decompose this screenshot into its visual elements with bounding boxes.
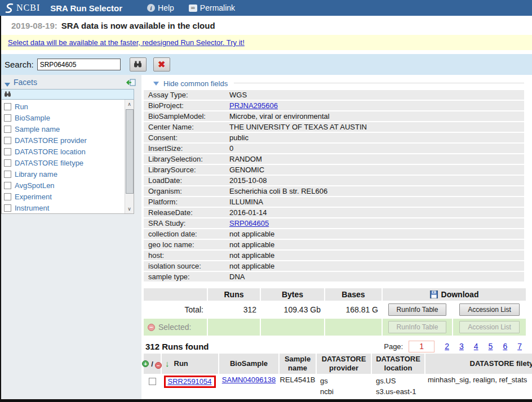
facet-item[interactable]: Experiment — [2, 191, 134, 202]
field-row: SRA Study: SRP064605 — [144, 218, 524, 228]
download-header-label: Download — [441, 290, 479, 299]
plus-circle-icon[interactable]: + — [142, 360, 149, 367]
content-area: Facets — [0, 75, 532, 399]
field-label: Assay Type: — [144, 91, 229, 99]
help-button[interactable]: i Help — [147, 3, 174, 12]
hide-common-fields-toggle[interactable]: Hide common fields — [144, 78, 532, 88]
page-link[interactable]: 6 — [503, 342, 507, 351]
field-row: InsertSize: 0 — [144, 144, 524, 153]
facet-checkbox[interactable] — [4, 159, 11, 167]
facet-item[interactable]: BioSample — [2, 112, 134, 123]
minus-circle-icon[interactable]: − — [155, 362, 162, 369]
page-link[interactable]: 7 — [517, 342, 522, 351]
biosample-link[interactable]: SAMN04096138 — [222, 376, 276, 384]
field-value[interactable]: PRJNA295606 — [229, 101, 278, 110]
facets-collapse-triangle-icon[interactable] — [5, 83, 10, 87]
field-label: Consent: — [144, 133, 229, 142]
help-label: Help — [158, 3, 174, 12]
scrollbar-thumb[interactable] — [126, 109, 134, 194]
link-icon: ∞ — [189, 5, 197, 12]
field-value: THE UNIVERSITY OF TEXAS AT AUSTIN — [229, 123, 367, 131]
collapse-panel-icon[interactable] — [126, 78, 136, 87]
run-checkbox[interactable] — [149, 378, 156, 385]
accession-list-button[interactable]: Accession List — [459, 303, 520, 316]
facet-filter-input[interactable] — [1, 89, 134, 100]
facets-header: Facets — [0, 75, 141, 89]
field-value: not applicable — [229, 230, 274, 238]
try-new-selector-link[interactable]: Select data will be available at the fas… — [8, 38, 245, 47]
search-bar: Search: ✖ — [0, 54, 532, 75]
page-links: 234567 — [435, 341, 522, 351]
facet-item[interactable]: Instrument — [2, 202, 134, 213]
select-slash: / — [151, 361, 153, 367]
search-input[interactable] — [37, 59, 121, 70]
page-link[interactable]: 5 — [489, 342, 493, 351]
hide-common-fields-label: Hide common fields — [163, 79, 231, 88]
permalink-button[interactable]: ∞ Permalink — [189, 3, 235, 12]
scroll-down-icon[interactable]: ∨ — [125, 204, 134, 213]
facet-checkbox[interactable] — [4, 171, 11, 178]
facet-item[interactable]: DATASTORE location — [2, 146, 134, 157]
field-value: Microbe, viral or environmental — [229, 112, 330, 120]
facet-checkbox[interactable] — [4, 204, 11, 212]
facet-checkbox[interactable] — [4, 126, 11, 133]
clear-search-button[interactable]: ✖ — [153, 57, 170, 72]
field-label: LibrarySource: — [144, 166, 229, 174]
facet-checkbox[interactable] — [4, 103, 11, 110]
field-value: WGS — [229, 91, 247, 99]
facet-list: Run BioSample Sample name DATAST — [1, 100, 134, 214]
window-left-edge — [0, 16, 1, 402]
facet-item[interactable]: DATASTORE filetype — [2, 157, 134, 168]
field-label: InsertSize: — [144, 144, 229, 153]
scroll-up-icon[interactable]: ∧ — [125, 100, 134, 109]
field-row: Center Name: THE UNIVERSITY OF TEXAS AT … — [144, 122, 524, 132]
facet-label: DATASTORE provider — [15, 136, 87, 145]
green-down-arrow-icon[interactable]: ↓ — [165, 359, 170, 368]
field-value: DNA — [229, 273, 245, 281]
facet-scrollbar[interactable]: ∧ ∨ — [125, 100, 134, 213]
field-value: 2015-10-08 — [229, 176, 267, 185]
sra-run-selector-window: NCBI SRA Run Selector i Help ∞ Permalink… — [0, 0, 532, 402]
search-submit-button[interactable] — [130, 57, 147, 72]
facet-checkbox[interactable] — [4, 182, 11, 189]
facet-checkbox[interactable] — [4, 148, 11, 155]
run-row: SRR2591054 SAMN04096138 REL4541B gsncbis… — [144, 374, 532, 402]
field-label: ReleaseDate: — [144, 208, 229, 217]
page-link[interactable]: 4 — [474, 342, 478, 351]
facet-item[interactable]: Sample name — [2, 123, 134, 135]
selected-label-cell: − Selected: — [144, 319, 207, 336]
redesign-banner: Select data will be available at the fas… — [0, 35, 532, 50]
cloud-notice: 2019-08-19: SRA data is now available in… — [0, 16, 532, 35]
runinfo-table-button[interactable]: RunInfo Table — [388, 303, 447, 316]
top-nav-bar: NCBI SRA Run Selector i Help ∞ Permalink — [0, 0, 532, 16]
summary-blank-header — [144, 288, 207, 301]
field-label: collection date: — [144, 230, 229, 238]
facet-item[interactable]: Run — [2, 101, 134, 112]
field-label: host: — [144, 251, 229, 260]
field-label: isolation source: — [144, 262, 229, 270]
ncbi-logo[interactable]: NCBI — [5, 3, 40, 14]
field-label: BioProject: — [144, 101, 229, 110]
facet-checkbox[interactable] — [4, 114, 11, 122]
field-value: 0 — [229, 144, 233, 153]
field-value[interactable]: SRP064605 — [229, 219, 269, 227]
field-value: 2016-01-14 — [229, 208, 267, 217]
field-row: BioSampleModel: Microbe, viral or enviro… — [144, 111, 524, 121]
facet-item[interactable]: AvgSpotLen — [2, 180, 134, 191]
location-value: gs.US — [376, 376, 424, 386]
total-runs: 312 — [208, 302, 260, 318]
run-accession-link[interactable]: SRR2591054 — [167, 377, 211, 386]
field-row: sample type: DNA — [144, 272, 524, 282]
datastore-provider-cell: gsncbis3 — [317, 374, 371, 402]
bytes-column-header: Bytes — [261, 288, 324, 301]
facet-checkbox[interactable] — [4, 137, 11, 144]
facet-item[interactable]: DATASTORE provider — [2, 135, 134, 146]
facet-item[interactable]: Library name — [2, 168, 134, 180]
facets-title: Facets — [14, 78, 37, 87]
field-row: isolation source: not applicable — [144, 261, 524, 271]
facet-checkbox[interactable] — [4, 193, 11, 200]
page-link[interactable]: 2 — [445, 342, 449, 351]
datastore-provider-column-header: DATASTORE provider — [317, 354, 371, 374]
facets-panel: Facets — [0, 75, 141, 399]
page-link[interactable]: 3 — [459, 342, 464, 351]
